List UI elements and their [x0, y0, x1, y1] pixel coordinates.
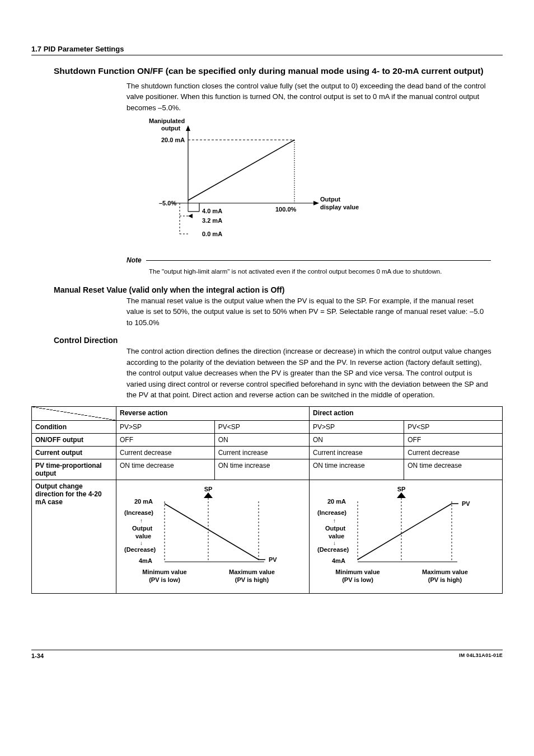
chart-ylabel1: Manipulated: [149, 118, 185, 124]
chart-xaxis1: Output: [320, 196, 340, 203]
cell: ON: [309, 433, 404, 446]
svg-line-6: [188, 140, 294, 200]
cell: OFF: [116, 433, 215, 446]
col-direct: Direct action: [309, 406, 502, 420]
svg-line-41: [358, 504, 452, 560]
chart-xright: 100.0%: [275, 206, 297, 213]
page-number: 1-34: [31, 652, 44, 659]
svg-marker-3: [313, 201, 319, 205]
control-direction-title: Control Direction: [54, 336, 503, 345]
note-block: Note The "output high-limit alarm" is no…: [127, 255, 503, 276]
chart-y40: 4.0 mA: [202, 208, 222, 214]
svg-text:↑: ↑: [333, 518, 336, 524]
svg-text:Minimum value: Minimum value: [142, 569, 186, 575]
direct-diagram-cell: SP 20 mA (Increase) ↑ Output value ↓ (De…: [309, 480, 502, 593]
row-outchange: Output change direction for the 4-20 mA …: [32, 480, 116, 593]
svg-text:Output: Output: [325, 525, 345, 532]
chart-ylabel2: output: [161, 125, 181, 132]
cell: Current increase: [309, 446, 404, 459]
svg-text:↓: ↓: [140, 540, 143, 546]
svg-text:value: value: [135, 533, 151, 539]
svg-text:(PV is high): (PV is high): [428, 576, 462, 583]
section-header: 1.7 PID Parameter Settings: [31, 45, 503, 55]
chart-xleft: –5.0%: [159, 200, 176, 206]
svg-text:Output: Output: [132, 525, 152, 532]
svg-marker-12: [188, 214, 193, 218]
cell: ON time decrease: [404, 459, 503, 480]
action-table: Reverse action Direct action Condition P…: [31, 406, 503, 594]
svg-marker-36: [397, 492, 406, 498]
svg-marker-1: [186, 125, 190, 131]
svg-text:20 mA: 20 mA: [134, 498, 153, 505]
chart-xaxis2: display value: [320, 204, 359, 210]
row-current: Current output: [32, 446, 116, 459]
chart-y32: 3.2 mA: [202, 217, 222, 224]
col-reverse: Reverse action: [116, 406, 310, 420]
doc-code: IM 04L31A01-01E: [459, 652, 503, 659]
cell: ON time increase: [214, 459, 309, 480]
svg-line-20: [165, 504, 259, 560]
control-direction-body: The control action direction defines the…: [127, 346, 491, 401]
svg-marker-15: [204, 492, 213, 498]
shutdown-title: Shutdown Function ON/FF (can be specifie…: [54, 65, 503, 77]
cell: ON time increase: [309, 459, 404, 480]
note-label: Note: [127, 256, 142, 264]
svg-text:(PV is low): (PV is low): [342, 576, 373, 583]
svg-text:4mA: 4mA: [139, 557, 152, 564]
cell: ON: [214, 433, 309, 446]
cell: PV<SP: [404, 420, 503, 433]
row-condition: Condition: [32, 420, 116, 433]
svg-text:SP: SP: [204, 486, 213, 492]
note-rule: [146, 260, 491, 261]
cell: PV<SP: [214, 420, 309, 433]
svg-text:(PV is low): (PV is low): [149, 576, 180, 583]
cell: PV>SP: [116, 420, 215, 433]
svg-text:(Increase): (Increase): [124, 509, 153, 516]
cell: PV>SP: [309, 420, 404, 433]
manual-reset-body: The manual reset value is the output val…: [127, 295, 491, 328]
reverse-diagram-cell: SP 20 mA (Increase) ↑ Output value ↓: [116, 480, 310, 593]
svg-text:(Increase): (Increase): [317, 509, 346, 516]
row-onoff: ON/OFF output: [32, 433, 116, 446]
svg-text:(Decrease): (Decrease): [124, 546, 156, 553]
svg-text:(Decrease): (Decrease): [317, 546, 349, 553]
svg-text:(PV is high): (PV is high): [235, 576, 269, 583]
shutdown-body: The shutdown function closes the control…: [127, 81, 491, 114]
chart-ytop: 20.0 mA: [161, 137, 185, 143]
svg-text:SP: SP: [397, 486, 406, 492]
note-text: The "output high-limit alarm" is not act…: [149, 267, 503, 276]
row-pvtime: PV time-proportional output: [32, 459, 116, 480]
page-footer: 1-34 IM 04L31A01-01E: [31, 650, 503, 659]
svg-text:20 mA: 20 mA: [327, 498, 346, 505]
svg-text:↑: ↑: [140, 518, 143, 524]
cell: Current decrease: [404, 446, 503, 459]
svg-text:value: value: [329, 533, 344, 539]
svg-text:↓: ↓: [333, 540, 336, 546]
cell: Current increase: [214, 446, 309, 459]
svg-text:PV: PV: [462, 500, 470, 507]
chart-y00: 0.0 mA: [202, 231, 222, 237]
cell: Current decrease: [116, 446, 215, 459]
svg-text:Minimum value: Minimum value: [335, 569, 380, 575]
manual-reset-title: Manual Reset Value (valid only when the …: [54, 285, 503, 294]
svg-text:Maximum value: Maximum value: [422, 569, 468, 575]
table-corner: [32, 406, 116, 420]
svg-text:PV: PV: [269, 556, 277, 563]
svg-text:Maximum value: Maximum value: [229, 569, 275, 575]
svg-text:4mA: 4mA: [332, 557, 345, 564]
shutdown-chart: Manipulated output 20.0 mA –5.0% 100.0% …: [127, 116, 503, 250]
cell: OFF: [404, 433, 503, 446]
cell: ON time decrease: [116, 459, 215, 480]
